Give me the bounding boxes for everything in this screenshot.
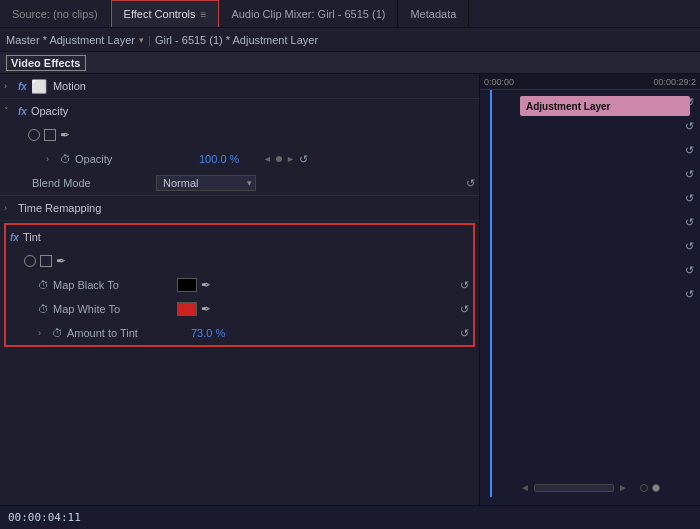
time-remapping-name: Time Remapping: [18, 202, 101, 214]
reset-icon-6[interactable]: ↺: [685, 216, 694, 229]
scroll-controls: ◄ ►: [480, 482, 700, 493]
time-remapping-expand: ›: [4, 203, 14, 213]
amount-tint-label: Amount to Tint: [67, 327, 187, 339]
reset-row-2: ↺: [678, 114, 700, 138]
reset-icon-9[interactable]: ↺: [685, 288, 694, 301]
timeline-track[interactable]: Adjustment Layer: [520, 96, 690, 116]
opacity-circle-icon: [28, 129, 40, 141]
motion-fx-badge: fx: [18, 81, 27, 92]
opacity-fx-badge: fx: [18, 106, 27, 117]
reset-icon-8[interactable]: ↺: [685, 264, 694, 277]
tint-fx-badge: fx: [10, 232, 19, 243]
tab-audio-mixer[interactable]: Audio Clip Mixer: Girl - 6515 (1): [219, 0, 398, 27]
blend-mode-reset[interactable]: ↺: [466, 177, 475, 190]
map-white-stopwatch[interactable]: ⏱: [38, 303, 49, 315]
playhead[interactable]: [490, 90, 492, 497]
left-panel: › fx ⬜ Motion ˅ fx Opacity ✒ › ⏱: [0, 74, 480, 505]
reset-icon-2[interactable]: ↺: [685, 120, 694, 133]
reset-row-8: ↺: [678, 258, 700, 282]
scroll-dot-right: [652, 484, 660, 492]
amount-tint-value[interactable]: 73.0 %: [191, 327, 251, 339]
opacity-icons-row: ✒: [0, 123, 479, 147]
video-effects-bar: Video Effects: [0, 52, 700, 74]
map-black-row: ⏱ Map Black To ✒ ↺: [6, 273, 473, 297]
master-right-label: Girl - 6515 (1) * Adjustment Layer: [155, 34, 318, 46]
reset-row-3: ↺: [678, 138, 700, 162]
map-white-row: ⏱ Map White To ✒ ↺: [6, 297, 473, 321]
opacity-expand-arrow: ˅: [4, 106, 14, 116]
reset-icon-7[interactable]: ↺: [685, 240, 694, 253]
map-white-pen[interactable]: ✒: [201, 302, 211, 316]
reset-icon-5[interactable]: ↺: [685, 192, 694, 205]
timeline-area: ↺ ↺ ↺ ↺ ↺ ↺ ↺ ↺ ↺ Adjustment Layer ◄ ►: [480, 90, 700, 497]
opacity-reset[interactable]: ↺: [299, 153, 308, 166]
motion-header[interactable]: › fx ⬜ Motion: [0, 74, 479, 98]
opacity-nav-right[interactable]: ►: [286, 154, 295, 164]
tint-section: fx Tint ✒ ⏱ Map Black To ✒ ↺ ⏱ Map White…: [4, 223, 475, 347]
map-black-swatch[interactable]: [177, 278, 197, 292]
blend-mode-label: Blend Mode: [32, 177, 152, 189]
opacity-nav-dot: [276, 156, 282, 162]
time-remapping-section: › Time Remapping: [0, 196, 479, 221]
right-panel: 0:00:00 00:00:29:2 ↺ ↺ ↺ ↺ ↺ ↺ ↺ ↺ ↺ Adj…: [480, 74, 700, 505]
master-dropdown-arrow[interactable]: ▾: [139, 35, 144, 45]
scroll-dot-left: [640, 484, 648, 492]
opacity-property-row: › ⏱ Opacity 100.0 % ◄ ► ↺: [0, 147, 479, 171]
master-separator: |: [148, 34, 151, 46]
tint-pen-icon[interactable]: ✒: [56, 254, 66, 268]
tab-effect-controls-label: Effect Controls: [124, 8, 196, 20]
opacity-prop-arrow: ›: [46, 154, 56, 164]
map-black-label: Map Black To: [53, 279, 173, 291]
tint-icons-row: ✒: [6, 249, 473, 273]
time-end: 00:00:29:2: [653, 77, 696, 87]
tab-effect-controls[interactable]: Effect Controls ≡: [111, 0, 220, 27]
reset-row-7: ↺: [678, 234, 700, 258]
opacity-stopwatch[interactable]: ⏱: [60, 153, 71, 165]
reset-row-9: ↺: [678, 282, 700, 306]
time-remapping-header[interactable]: › Time Remapping: [0, 196, 479, 220]
motion-section: › fx ⬜ Motion: [0, 74, 479, 99]
tab-menu-icon[interactable]: ≡: [201, 9, 207, 20]
opacity-square-icon: [44, 129, 56, 141]
motion-box-icon: ⬜: [31, 79, 47, 94]
opacity-nav-left[interactable]: ◄: [263, 154, 272, 164]
opacity-name: Opacity: [31, 105, 68, 117]
opacity-pen-icon[interactable]: ✒: [60, 128, 70, 142]
opacity-header[interactable]: ˅ fx Opacity: [0, 99, 479, 123]
status-bar: 00:00:04:11: [0, 505, 700, 529]
map-black-stopwatch[interactable]: ⏱: [38, 279, 49, 291]
motion-name: Motion: [53, 80, 86, 92]
reset-icon-4[interactable]: ↺: [685, 168, 694, 181]
scroll-track[interactable]: [534, 484, 614, 492]
timeline-ruler: 0:00:00 00:00:29:2: [480, 74, 700, 90]
opacity-prop-value[interactable]: 100.0 %: [199, 153, 259, 165]
map-white-swatch[interactable]: [177, 302, 197, 316]
motion-expand-arrow: ›: [4, 81, 14, 91]
blend-mode-select[interactable]: Normal Dissolve Darken Multiply: [156, 175, 256, 191]
tint-header[interactable]: fx Tint: [6, 225, 473, 249]
amount-tint-expand: ›: [38, 328, 48, 338]
tab-metadata[interactable]: Metadata: [398, 0, 469, 27]
tint-circle-icon: [24, 255, 36, 267]
blend-mode-row: Blend Mode Normal Dissolve Darken Multip…: [0, 171, 479, 195]
reset-row-6: ↺: [678, 210, 700, 234]
tab-audio-mixer-label: Audio Clip Mixer: Girl - 6515 (1): [231, 8, 385, 20]
scroll-left-arrow[interactable]: ◄: [520, 482, 530, 493]
amount-tint-stopwatch[interactable]: ⏱: [52, 327, 63, 339]
map-black-reset[interactable]: ↺: [460, 279, 469, 292]
master-header: Master * Adjustment Layer ▾ | Girl - 651…: [0, 28, 700, 52]
video-effects-label: Video Effects: [6, 55, 86, 71]
amount-tint-row: › ⏱ Amount to Tint 73.0 % ↺: [6, 321, 473, 345]
map-white-reset[interactable]: ↺: [460, 303, 469, 316]
scroll-right-arrow[interactable]: ►: [618, 482, 628, 493]
timeline-track-label: Adjustment Layer: [526, 101, 610, 112]
amount-tint-reset[interactable]: ↺: [460, 327, 469, 340]
tab-source-label: Source: (no clips): [12, 8, 98, 20]
tab-source[interactable]: Source: (no clips): [0, 0, 111, 27]
tint-square-icon: [40, 255, 52, 267]
blend-mode-select-wrapper: Normal Dissolve Darken Multiply ▾: [156, 175, 256, 191]
master-label: Master * Adjustment Layer: [6, 34, 135, 46]
reset-row-5: ↺: [678, 186, 700, 210]
reset-icon-3[interactable]: ↺: [685, 144, 694, 157]
map-black-pen[interactable]: ✒: [201, 278, 211, 292]
